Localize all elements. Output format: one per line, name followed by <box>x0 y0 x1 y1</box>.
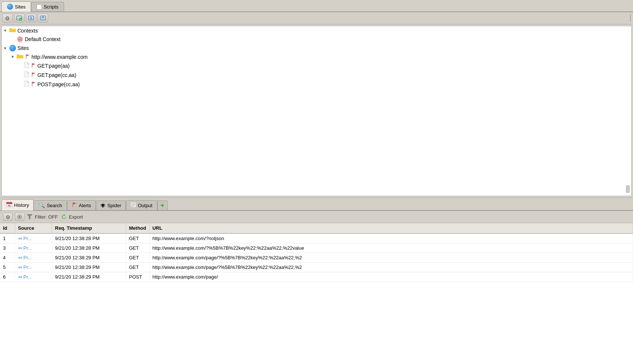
col-header-url[interactable]: URL <box>149 223 633 233</box>
svg-rect-16 <box>32 82 33 86</box>
tab-search-label: Search <box>47 203 62 208</box>
new-session-button[interactable]: + <box>14 14 24 23</box>
svg-marker-24 <box>73 202 77 205</box>
history-refresh-button[interactable] <box>15 213 24 221</box>
table-row[interactable]: 6 ⇔ Pr... 9/21/20 12:38:29 PM POST http:… <box>0 272 633 282</box>
chevron-contexts: ▼ <box>3 28 8 33</box>
history-stop-button[interactable]: ⊙ <box>3 213 13 221</box>
col-header-method[interactable]: Method <box>126 223 149 233</box>
tab-alerts-label: Alerts <box>79 203 91 208</box>
chevron-get-cc-aa <box>18 73 23 77</box>
table-row[interactable]: 4 ⇔ Pr... 9/21/20 12:38:29 PM GET http:/… <box>0 253 633 263</box>
tree-label-post-page-cc-aa: POST:page(cc,aa) <box>37 81 80 87</box>
tree-label-get-page-cc-aa: GET:page(cc,aa) <box>37 72 76 78</box>
cell-id: 6 <box>0 272 15 282</box>
chevron-post-cc-aa <box>18 82 23 86</box>
tree-item-example-com[interactable]: ▼ http://www.example.com <box>2 53 631 61</box>
file-icon-get-cc-aa <box>24 71 29 78</box>
svg-point-9 <box>19 38 21 40</box>
table-row[interactable]: 1 ⇔ Pr... 9/21/20 12:38:28 PM GET http:/… <box>0 233 633 243</box>
tree-item-get-page-cc-aa[interactable]: GET:page(cc,aa) <box>2 70 631 80</box>
tab-sites[interactable]: Sites <box>1 1 31 12</box>
cell-url: http://www.example.com/?notjson <box>149 233 633 243</box>
tab-sites-label: Sites <box>15 4 26 10</box>
bottom-tab-bar: 31 History 🔍 Search Alerts 🕷 <box>0 198 633 211</box>
flag-icon-post-cc-aa <box>31 81 36 87</box>
globe-icon <box>7 4 13 10</box>
file-icon-get-aa <box>24 62 29 69</box>
col-header-timestamp[interactable]: Req. Timestamp <box>52 223 126 233</box>
add-tab-button[interactable]: + <box>157 200 168 210</box>
tab-spider-label: Spider <box>107 203 121 208</box>
tab-output-label: Output <box>138 203 152 208</box>
tree-label-get-page-aa: GET:page(aa) <box>37 63 70 69</box>
cell-method: GET <box>126 253 149 263</box>
svg-marker-31 <box>27 214 33 219</box>
tab-spider[interactable]: 🕷 Spider <box>96 200 126 210</box>
cell-timestamp: 9/21/20 12:38:29 PM <box>52 263 126 272</box>
tree-item-get-page-aa[interactable]: GET:page(aa) <box>2 61 631 70</box>
folder-icon-example <box>17 54 23 60</box>
import-button[interactable] <box>26 14 36 23</box>
svg-rect-19 <box>6 202 12 204</box>
tab-output[interactable]: Output <box>126 200 157 210</box>
svg-marker-32 <box>64 214 66 216</box>
tab-history[interactable]: 31 History <box>1 199 34 210</box>
tree-label-default-context: Default Context <box>25 36 61 42</box>
svg-rect-23 <box>73 202 73 207</box>
table-row[interactable]: 3 ⇔ Pr... 9/21/20 12:38:28 PM GET http:/… <box>0 243 633 253</box>
tab-scripts[interactable]: Scripts <box>31 2 64 11</box>
svg-rect-21 <box>10 202 11 203</box>
chevron-get-aa <box>18 64 23 68</box>
toolbar: ⊙ + <box>0 12 633 24</box>
cell-id: 3 <box>0 243 15 253</box>
cell-id: 1 <box>0 233 15 243</box>
export-label: Export <box>69 214 83 220</box>
table-row[interactable]: 5 ⇔ Pr... 9/21/20 12:38:29 PM GET http:/… <box>0 263 633 272</box>
svg-rect-12 <box>32 63 33 68</box>
tab-search[interactable]: 🔍 Search <box>34 200 67 210</box>
cell-method: GET <box>126 243 149 253</box>
cell-id: 5 <box>0 263 15 272</box>
output-icon-tab <box>131 202 136 208</box>
export-button[interactable] <box>38 14 48 23</box>
history-toolbar: ⊙ Filter: OFF Export <box>0 211 633 223</box>
tree-label-contexts: Contexts <box>17 28 38 34</box>
tree-item-post-page-cc-aa[interactable]: POST:page(cc,aa) <box>2 80 631 89</box>
cell-method: GET <box>126 263 149 272</box>
cell-url: http://www.example.com/page/ <box>149 272 633 282</box>
context-icon <box>17 36 23 43</box>
globe-icon-sites <box>9 45 16 51</box>
col-header-id[interactable]: Id <box>0 223 15 233</box>
tree-item-sites[interactable]: ▼ Sites <box>2 44 631 53</box>
scroll-bar-hint[interactable] <box>626 185 630 193</box>
cell-source: ⇔ Pr... <box>15 253 52 263</box>
file-icon-post-cc-aa <box>24 81 29 88</box>
flag-icon-example <box>26 54 30 60</box>
tab-history-label: History <box>14 202 29 208</box>
svg-rect-10 <box>26 54 27 59</box>
chevron-sites: ▼ <box>3 46 8 50</box>
svg-text:31: 31 <box>8 205 11 207</box>
stop-button[interactable]: ⊙ <box>2 14 13 23</box>
tree-label-sites: Sites <box>17 45 29 51</box>
funnel-icon <box>27 214 33 219</box>
cell-url: http://www.example.com/?%5B%7B%22key%22:… <box>149 243 633 253</box>
script-icon <box>37 4 42 10</box>
svg-rect-20 <box>7 202 8 203</box>
cell-url: http://www.example.com/page/?%5B%7B%22ke… <box>149 253 633 263</box>
tree-item-contexts[interactable]: ▼ Contexts <box>2 26 631 35</box>
tree-item-default-context[interactable]: Default Context <box>2 35 631 44</box>
svg-marker-17 <box>33 82 36 84</box>
chevron-example-com: ▼ <box>11 55 15 59</box>
tree-panel: ▼ Contexts Default Context <box>1 26 632 196</box>
svg-point-30 <box>19 216 21 218</box>
calendar-icon-history: 31 <box>6 202 12 208</box>
col-header-source[interactable]: Source <box>15 223 52 233</box>
toolbar-end-bar <box>630 14 631 22</box>
svg-marker-13 <box>33 63 36 65</box>
history-table: Id Source Req. Timestamp Method URL 1 ⇔ … <box>0 223 633 364</box>
alerts-flag-icon <box>72 202 77 208</box>
folder-icon-contexts <box>9 27 16 34</box>
tab-alerts[interactable]: Alerts <box>67 200 96 210</box>
